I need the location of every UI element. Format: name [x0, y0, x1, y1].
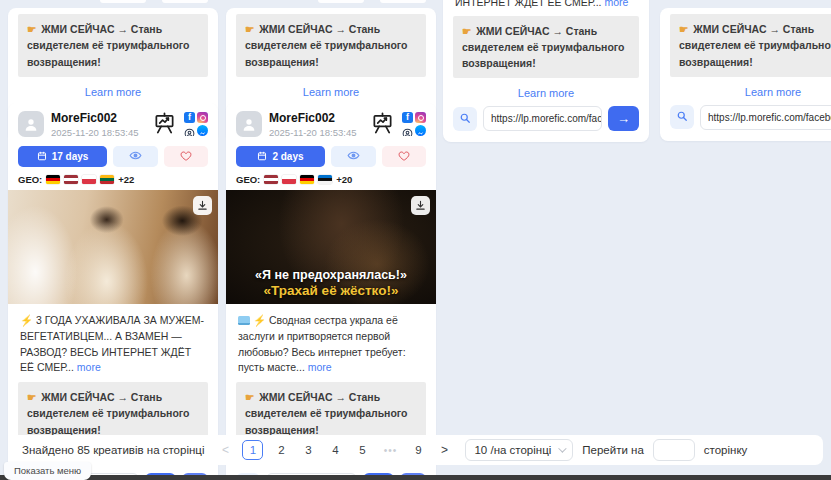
url-row: https://lp.morefic.com/facebook-0iHH0v02… [670, 105, 831, 141]
more-link[interactable]: more [604, 0, 628, 8]
download-icon [415, 197, 426, 215]
messenger-icon [415, 125, 426, 136]
more-link[interactable]: more [77, 361, 101, 373]
ad-description-fragment: ИНТЕРНЕТ ЖДЁТ ЕЁ СМЕР... more [455, 0, 637, 10]
card-actions: 2 days [236, 146, 426, 167]
advertiser-info: MoreFic002 2025-11-20 18:53:45 [269, 111, 363, 138]
goto-page-label: Перейти на [582, 444, 644, 456]
page-button-2[interactable]: 2 [272, 440, 290, 460]
days-active-button[interactable]: 17 days [18, 146, 107, 167]
download-image-button[interactable] [193, 196, 212, 215]
book-icon [238, 316, 250, 325]
flag-lv-icon [264, 175, 278, 184]
pointing-hand-icon: ☛ [462, 25, 471, 37]
heart-icon [180, 148, 192, 166]
geo-more-count[interactable]: +20 [336, 174, 352, 185]
learn-more-link[interactable]: Learn more [226, 86, 436, 98]
facebook-icon: f [402, 112, 413, 123]
calendar-icon [37, 151, 47, 163]
page-size-value: 10 /на сторінці [474, 444, 551, 456]
goto-page-input[interactable] [653, 439, 695, 461]
pointing-hand-icon: ☛ [679, 23, 688, 35]
results-count-text: Знайдено 85 креативів на сторінці [22, 444, 204, 456]
geo-label: GEO: [18, 174, 42, 185]
placements: f [184, 112, 208, 136]
more-link[interactable]: more [308, 361, 332, 373]
ad-headline-text: ЖМИ СЕЙЧАС → Стань свидетелем её триумфа… [245, 23, 408, 68]
open-url-button[interactable]: → [608, 106, 639, 131]
page-button-3[interactable]: 3 [299, 440, 317, 460]
next-page-button[interactable]: > [436, 440, 452, 460]
pointing-hand-icon: ☛ [27, 23, 36, 35]
audience-network-icon [184, 125, 195, 136]
search-button[interactable] [670, 105, 694, 129]
pagination-bar: Знайдено 85 креативів на сторінці < 1 2 … [8, 435, 823, 465]
presentation-chart-icon[interactable] [152, 112, 177, 135]
creative-image[interactable]: «Я не предохранялась!» «Трахай её жёстко… [226, 190, 436, 304]
page-button-4[interactable]: 4 [326, 440, 344, 460]
landing-url-input[interactable]: https://lp.morefic.com/facebook-0iHH0v02… [483, 106, 602, 131]
search-icon [459, 110, 471, 128]
creative-card-partial: ИНТЕРНЕТ ЖДЁТ ЕЁ СМЕР... more ☛ ЖМИ СЕЙЧ… [443, 0, 649, 142]
bottom-edge-bar [0, 475, 831, 480]
flag-de-icon [300, 175, 314, 184]
ad-headline: ☛ ЖМИ СЕЙЧАС → Стань свидетелем её триум… [18, 14, 208, 77]
ad-headline: ☛ ЖМИ СЕЙЧАС → Стань свидетелем её триум… [453, 16, 639, 79]
search-button[interactable] [453, 107, 477, 131]
pointing-hand-icon: ☛ [245, 391, 254, 403]
days-active-label: 2 days [272, 151, 303, 162]
geo-more-count[interactable]: +22 [118, 174, 134, 185]
favorite-button[interactable] [164, 146, 209, 167]
ad-description: ⚡ 3 ГОДА УХАЖИВАЛА ЗА МУЖЕМ-ВЕГЕТАТИВЦЕМ… [20, 313, 206, 376]
advertiser-name: MoreFic002 [269, 111, 363, 125]
learn-more-link[interactable]: Learn more [443, 87, 649, 99]
instagram-icon [197, 112, 208, 123]
landing-url-input[interactable]: https://lp.morefic.com/facebook-0iHH0v02… [700, 105, 831, 130]
instagram-icon [415, 112, 426, 123]
show-menu-button[interactable]: Показать меню [4, 462, 91, 480]
heart-icon [398, 148, 410, 166]
presentation-chart-icon[interactable] [370, 112, 395, 135]
flag-pl-icon [282, 175, 296, 184]
page-ellipsis[interactable]: ••• [380, 445, 400, 456]
pointing-hand-icon: ☛ [27, 391, 36, 403]
pointing-hand-icon: ☛ [245, 23, 254, 35]
ad-description: ⚡ Сводная сестра украла её заслуги и при… [238, 313, 424, 376]
messenger-icon [197, 125, 208, 136]
geo-row: GEO: +22 [18, 174, 208, 185]
flag-pl-icon [82, 175, 96, 184]
lightning-icon: ⚡ [253, 314, 266, 326]
ad-description-text: ИНТЕРНЕТ ЖДЁТ ЕЁ СМЕР... [455, 0, 604, 8]
url-row: https://lp.morefic.com/facebook-0iHH0v02… [453, 106, 639, 142]
flag-ee-icon [318, 175, 332, 184]
ad-headline-text: ЖМИ СЕЙЧАС → Стань свидетелем её триумфа… [245, 391, 408, 436]
download-image-button[interactable] [411, 196, 430, 215]
image-caption-line2: «Трахай её жёстко!» [226, 283, 436, 298]
favorite-button[interactable] [382, 146, 427, 167]
flag-de-icon [46, 175, 60, 184]
ad-headline-text: ЖМИ СЕЙЧАС → Стань свидетелем её триумфа… [462, 25, 625, 70]
geo-row: GEO: +20 [236, 174, 426, 185]
page-button-9[interactable]: 9 [409, 440, 427, 460]
learn-more-link[interactable]: Learn more [660, 86, 831, 98]
chevron-down-icon [558, 444, 566, 452]
search-icon [676, 108, 688, 126]
creative-datetime: 2025-11-20 18:53:45 [269, 127, 363, 138]
page-button-5[interactable]: 5 [353, 440, 371, 460]
image-caption-line1: «Я не предохранялась!» [226, 268, 436, 282]
days-active-button[interactable]: 2 days [236, 146, 325, 167]
page-button-1[interactable]: 1 [242, 440, 263, 460]
card-header: MoreFic002 2025-11-20 18:53:45 f [226, 103, 436, 138]
creative-image[interactable] [8, 190, 218, 304]
cutoff-card-sliver [162, 0, 208, 3]
ad-headline-text: ЖМИ СЕЙЧАС → Стань свидетелем её триумфа… [27, 391, 190, 436]
prev-page-button[interactable]: < [217, 440, 233, 460]
creative-datetime: 2025-11-20 18:53:45 [51, 127, 145, 138]
calendar-icon [257, 151, 267, 163]
ad-headline: ☛ ЖМИ СЕЙЧАС → Стань свидетелем её триум… [236, 14, 426, 77]
page-size-select[interactable]: 10 /на сторінці [465, 439, 573, 461]
eye-icon [129, 148, 142, 166]
preview-button[interactable] [113, 146, 158, 167]
preview-button[interactable] [331, 146, 376, 167]
learn-more-link[interactable]: Learn more [8, 86, 218, 98]
